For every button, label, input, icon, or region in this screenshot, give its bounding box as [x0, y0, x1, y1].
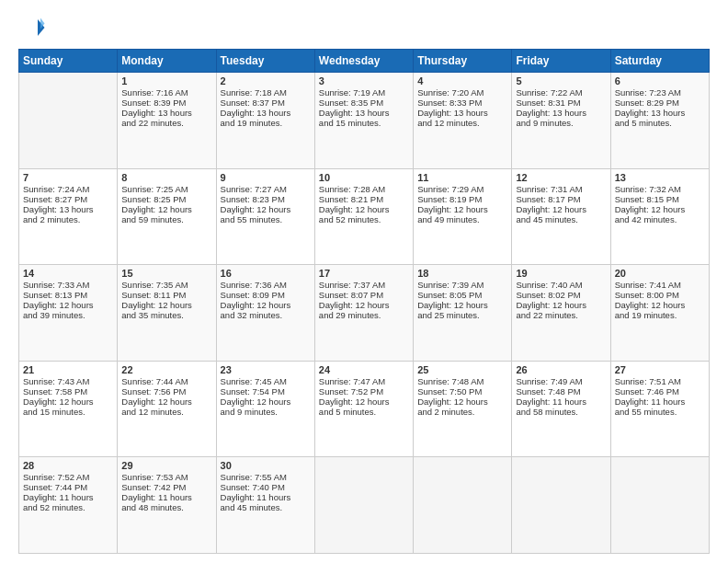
calendar-cell: 13Sunrise: 7:32 AMSunset: 8:15 PMDayligh… — [610, 168, 709, 265]
day-info: and 19 minutes. — [221, 118, 311, 128]
day-info: Sunset: 8:31 PM — [516, 98, 606, 108]
dow-header-thursday: Thursday — [414, 50, 512, 73]
logo-icon — [18, 14, 46, 41]
day-info: Sunset: 8:19 PM — [417, 194, 507, 204]
day-info: Sunrise: 7:28 AM — [319, 184, 409, 194]
day-info: and 2 minutes. — [417, 407, 507, 417]
calendar-cell — [610, 457, 709, 554]
day-number: 30 — [221, 460, 311, 471]
calendar-cell: 16Sunrise: 7:36 AMSunset: 8:09 PMDayligh… — [216, 265, 314, 362]
day-number: 19 — [516, 268, 606, 279]
day-info: Sunset: 8:05 PM — [417, 290, 507, 300]
day-number: 11 — [417, 172, 507, 183]
day-info: Sunset: 7:44 PM — [23, 482, 113, 492]
day-info: Sunrise: 7:27 AM — [221, 184, 311, 194]
calendar-cell: 17Sunrise: 7:37 AMSunset: 8:07 PMDayligh… — [314, 265, 413, 362]
day-info: Sunrise: 7:20 AM — [417, 87, 507, 98]
dow-header-wednesday: Wednesday — [314, 50, 413, 73]
day-info: Sunset: 8:11 PM — [121, 290, 211, 300]
calendar-cell: 3Sunrise: 7:19 AMSunset: 8:35 PMDaylight… — [314, 73, 413, 169]
day-number: 26 — [516, 364, 606, 375]
calendar-cell: 22Sunrise: 7:44 AMSunset: 7:56 PMDayligh… — [118, 361, 216, 457]
calendar-cell — [414, 457, 512, 554]
dow-header-monday: Monday — [118, 50, 216, 73]
day-number: 6 — [615, 75, 705, 86]
day-number: 12 — [516, 172, 606, 183]
day-info: and 9 minutes. — [221, 407, 311, 417]
day-info: and 55 minutes. — [615, 407, 705, 417]
day-info: Sunrise: 7:43 AM — [23, 376, 113, 386]
day-info: Daylight: 11 hours — [615, 396, 705, 407]
day-info: Sunset: 8:39 PM — [121, 98, 211, 108]
day-info: Daylight: 13 hours — [319, 108, 409, 118]
day-info: Sunrise: 7:35 AM — [121, 280, 211, 290]
calendar-cell: 7Sunrise: 7:24 AMSunset: 8:27 PMDaylight… — [19, 168, 118, 265]
day-info: Sunrise: 7:33 AM — [23, 280, 113, 290]
day-info: Daylight: 13 hours — [417, 108, 507, 118]
day-info: Daylight: 12 hours — [121, 396, 211, 407]
day-info: Sunset: 8:25 PM — [121, 194, 211, 204]
day-info: Sunset: 8:27 PM — [23, 194, 113, 204]
day-number: 9 — [221, 172, 311, 183]
day-number: 24 — [319, 364, 409, 375]
calendar-cell: 27Sunrise: 7:51 AMSunset: 7:46 PMDayligh… — [610, 361, 709, 457]
day-info: Sunrise: 7:29 AM — [417, 184, 507, 194]
day-info: Daylight: 12 hours — [221, 396, 311, 407]
day-info: Sunset: 7:42 PM — [121, 482, 211, 492]
logo — [18, 14, 50, 41]
calendar-cell: 12Sunrise: 7:31 AMSunset: 8:17 PMDayligh… — [512, 168, 610, 265]
dow-header-saturday: Saturday — [610, 50, 709, 73]
day-info: Sunset: 7:58 PM — [23, 386, 113, 396]
day-info: Daylight: 12 hours — [615, 300, 705, 310]
day-info: and 52 minutes. — [23, 502, 113, 512]
day-info: Daylight: 13 hours — [121, 108, 211, 118]
day-info: Daylight: 12 hours — [417, 204, 507, 214]
calendar-cell: 19Sunrise: 7:40 AMSunset: 8:02 PMDayligh… — [512, 265, 610, 362]
day-info: Daylight: 12 hours — [319, 396, 409, 407]
day-info: Sunset: 8:15 PM — [615, 194, 705, 204]
calendar-cell: 18Sunrise: 7:39 AMSunset: 8:05 PMDayligh… — [414, 265, 512, 362]
day-info: Sunrise: 7:45 AM — [221, 376, 311, 386]
day-number: 8 — [121, 172, 211, 183]
day-info: Daylight: 12 hours — [319, 300, 409, 310]
dow-header-tuesday: Tuesday — [216, 50, 314, 73]
day-number: 4 — [417, 75, 507, 86]
day-info: Sunrise: 7:25 AM — [121, 184, 211, 194]
day-info: Daylight: 11 hours — [221, 492, 311, 502]
calendar-cell: 21Sunrise: 7:43 AMSunset: 7:58 PMDayligh… — [19, 361, 118, 457]
day-info: Sunrise: 7:19 AM — [319, 87, 409, 98]
day-info: and 15 minutes. — [319, 118, 409, 128]
day-number: 28 — [23, 460, 113, 471]
day-number: 16 — [221, 268, 311, 279]
day-info: Daylight: 12 hours — [121, 204, 211, 214]
calendar-cell: 8Sunrise: 7:25 AMSunset: 8:25 PMDaylight… — [118, 168, 216, 265]
calendar-cell: 5Sunrise: 7:22 AMSunset: 8:31 PMDaylight… — [512, 73, 610, 169]
day-number: 25 — [417, 364, 507, 375]
day-number: 10 — [319, 172, 409, 183]
day-info: Daylight: 12 hours — [417, 396, 507, 407]
day-info: Daylight: 13 hours — [221, 108, 311, 118]
day-number: 18 — [417, 268, 507, 279]
day-number: 27 — [615, 364, 705, 375]
calendar-cell — [512, 457, 610, 554]
day-info: Sunset: 7:48 PM — [516, 386, 606, 396]
day-info: Daylight: 12 hours — [221, 300, 311, 310]
day-info: Daylight: 13 hours — [23, 204, 113, 214]
day-info: and 2 minutes. — [23, 214, 113, 224]
day-number: 13 — [615, 172, 705, 183]
day-info: and 5 minutes. — [319, 407, 409, 417]
day-info: and 19 minutes. — [615, 310, 705, 320]
day-info: Daylight: 12 hours — [615, 204, 705, 214]
day-info: Daylight: 13 hours — [615, 108, 705, 118]
day-info: Sunset: 7:46 PM — [615, 386, 705, 396]
calendar-cell: 14Sunrise: 7:33 AMSunset: 8:13 PMDayligh… — [19, 265, 118, 362]
day-number: 2 — [221, 75, 311, 86]
calendar-cell: 6Sunrise: 7:23 AMSunset: 8:29 PMDaylight… — [610, 73, 709, 169]
day-info: Sunset: 7:50 PM — [417, 386, 507, 396]
day-info: Sunrise: 7:44 AM — [121, 376, 211, 386]
calendar-cell: 28Sunrise: 7:52 AMSunset: 7:44 PMDayligh… — [19, 457, 118, 554]
day-info: and 22 minutes. — [516, 310, 606, 320]
day-info: Sunset: 7:54 PM — [221, 386, 311, 396]
day-info: and 45 minutes. — [221, 502, 311, 512]
day-info: Sunrise: 7:24 AM — [23, 184, 113, 194]
